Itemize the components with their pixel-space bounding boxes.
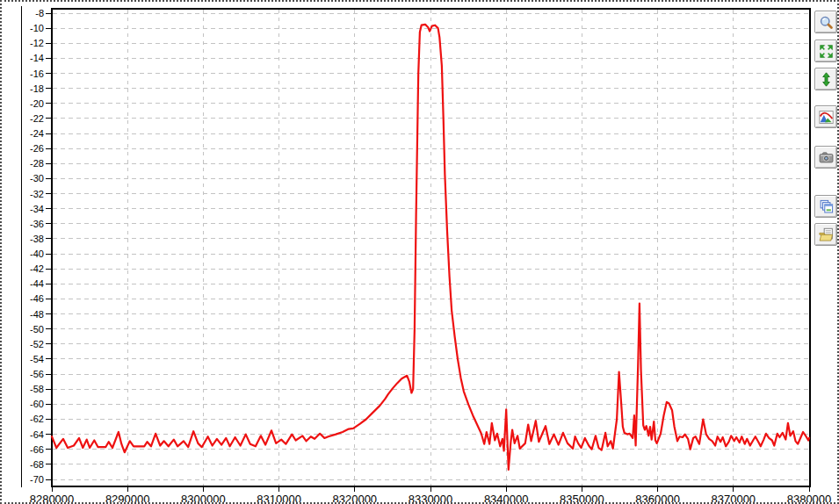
y-tick-label: -14 — [30, 53, 44, 63]
camera-icon — [819, 150, 834, 165]
y-tick-label: -36 — [30, 219, 44, 229]
y-tick-label: -16 — [30, 68, 44, 79]
x-tick-label: 8310000 — [257, 493, 301, 504]
y-tick-label: -38 — [30, 234, 44, 244]
y-tick-label: -44 — [30, 278, 44, 289]
y-tick-label: -70 — [30, 474, 44, 485]
spectrum-analyzer-window: -8-10-12-14-16-18-20-22-24-26-28-30-32-3… — [0, 0, 839, 504]
y-tick-label: -22 — [30, 113, 44, 124]
fit-vertical-button[interactable] — [814, 68, 837, 90]
y-tick-label: -56 — [30, 369, 44, 379]
x-tick-label: 8320000 — [332, 493, 377, 504]
y-tick-label: -68 — [30, 459, 44, 470]
y-tick-label: -54 — [30, 354, 44, 364]
y-tick-label: -62 — [30, 414, 44, 424]
x-tick-label: 8370000 — [711, 493, 756, 504]
x-tick-label: 8290000 — [105, 493, 150, 504]
x-tick-label: 8340000 — [484, 493, 529, 504]
y-tick-label: -46 — [30, 293, 44, 304]
fit-all-button[interactable] — [814, 40, 837, 62]
copy-button[interactable] — [814, 195, 837, 218]
y-tick-label: -50 — [30, 324, 44, 335]
y-tick-label: -28 — [30, 158, 44, 169]
y-tick-label: -12 — [30, 38, 44, 48]
y-tick-label: -40 — [30, 248, 44, 259]
y-tick-label: -30 — [30, 173, 44, 184]
y-tick-label: -66 — [30, 444, 44, 455]
chart-graphic-icon — [819, 110, 834, 125]
copy-sheets-icon — [819, 199, 834, 214]
y-tick-label: -48 — [30, 309, 44, 320]
x-tick-label: 8330000 — [409, 493, 453, 504]
chart-options-button[interactable] — [814, 105, 837, 128]
zoom-button[interactable] — [814, 11, 837, 33]
folder-document-icon — [819, 227, 834, 242]
vertical-double-arrow-icon — [819, 72, 834, 87]
y-tick-label: -64 — [30, 429, 44, 440]
y-tick-label: -8 — [35, 8, 44, 18]
y-tick-label: -18 — [30, 83, 44, 94]
spectrum-chart[interactable]: -8-10-12-14-16-18-20-22-24-26-28-30-32-3… — [2, 2, 839, 504]
four-green-arrows-icon — [819, 44, 834, 59]
x-tick-label: 8380000 — [787, 493, 832, 504]
y-tick-label: -20 — [30, 98, 44, 109]
report-button[interactable] — [814, 223, 837, 246]
y-tick-label: -10 — [30, 23, 44, 33]
y-tick-label: -58 — [30, 384, 44, 394]
y-tick-label: -26 — [30, 143, 44, 154]
snapshot-button[interactable] — [814, 146, 837, 169]
y-tick-label: -24 — [30, 128, 44, 139]
x-tick-label: 8300000 — [181, 493, 226, 504]
y-tick-label: -34 — [30, 204, 44, 214]
y-tick-label: -42 — [30, 263, 44, 274]
y-tick-label: -60 — [30, 399, 44, 409]
magnifier-icon — [819, 15, 834, 30]
x-tick-label: 8360000 — [635, 493, 680, 504]
y-tick-label: -32 — [30, 189, 44, 199]
y-tick-label: -52 — [30, 339, 44, 349]
x-tick-label: 8350000 — [560, 493, 604, 504]
x-tick-label: 8280000 — [30, 493, 75, 504]
